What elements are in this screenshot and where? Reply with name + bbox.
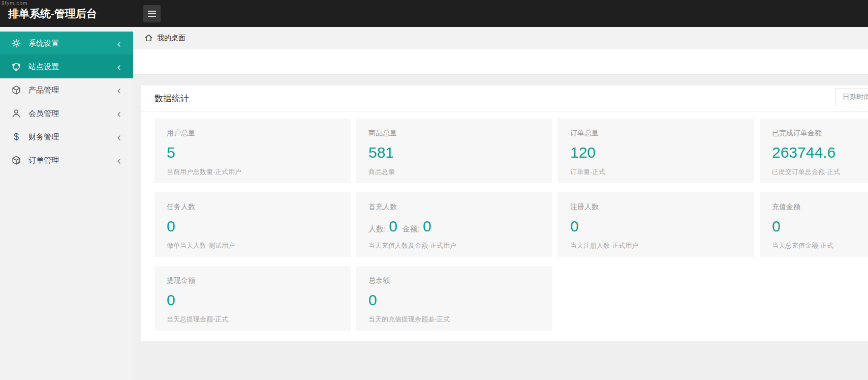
stat-label: 注册人数 [570, 202, 742, 212]
product-cube-icon [11, 85, 21, 95]
sidebar-item-member[interactable]: 会员管理 [0, 102, 133, 125]
stat-value-row: 120 [570, 144, 742, 161]
stat-value-row: 5 [167, 144, 338, 161]
stat-value: 581 [368, 144, 394, 161]
stat-card: 已完成订单金额 263744.6 已提交订单总金额-正式 [760, 119, 868, 183]
stat-value-row: 0 [368, 291, 540, 309]
topbar: 9fym.com 排单系统-管理后台 [0, 0, 868, 27]
stat-value-row: 0 [772, 218, 868, 235]
stat-card: 提现金额 0 当天总提现金额-正式 [154, 266, 351, 331]
chevron-collapse-icon [116, 134, 122, 140]
home-icon [144, 34, 153, 42]
stat-label: 用户总量 [167, 129, 338, 138]
stat-desc: 当天总充值金额-正式 [772, 241, 868, 250]
sidebar-item-order-cube[interactable]: 订单管理 [0, 149, 133, 172]
tab-band [133, 49, 868, 75]
sidebar-item-label: 站点设置 [28, 62, 116, 72]
stat-value-row: 581 [368, 144, 540, 161]
stat-label: 总余额 [368, 276, 540, 285]
stat-pair-key: 金额: [402, 224, 420, 234]
stat-value-row: 263744.6 [772, 144, 868, 161]
stat-pair-value: 0 [423, 218, 431, 235]
stat-label: 商品总量 [368, 129, 540, 138]
sidebar-nav: 系统设置 站点设置 产品管理 会员管理 $ 财务管理 订单管理 [0, 27, 133, 380]
site-icon [11, 62, 21, 72]
content: 数据统计 日期时间 用户总量 5 当前用户总数量-正式用户 商品总量 581 商… [133, 75, 868, 380]
sidebar-item-label: 订单管理 [28, 156, 116, 165]
stat-value: 0 [167, 291, 175, 309]
menu-toggle-button[interactable] [143, 5, 161, 22]
menu-toggle-icon [148, 11, 156, 12]
stat-value: 0 [368, 291, 377, 309]
stats-grid: 用户总量 5 当前用户总数量-正式用户 商品总量 581 商品总量 订单总量 1… [141, 112, 868, 341]
stat-card: 用户总量 5 当前用户总数量-正式用户 [154, 119, 351, 183]
chevron-collapse-icon [116, 87, 122, 93]
finance-dollar-icon: $ [11, 132, 21, 142]
stat-desc: 做单当天人数-测试用户 [167, 241, 338, 250]
stat-value-row: 0 [167, 291, 338, 309]
stat-desc: 当天注册人数-正式用户 [570, 241, 742, 250]
breadcrumb-label[interactable]: 我的桌面 [157, 34, 185, 43]
layout: 系统设置 站点设置 产品管理 会员管理 $ 财务管理 订单管理 [0, 27, 868, 380]
stat-desc: 当天充值人数及金额-正式用户 [368, 241, 540, 250]
stat-value: 0 [570, 218, 579, 235]
chevron-collapse-icon [116, 157, 122, 163]
stat-card: 注册人数 0 当天注册人数-正式用户 [558, 192, 754, 257]
stat-value: 0 [772, 218, 781, 235]
stat-desc: 已提交订单总金额-正式 [772, 167, 868, 177]
stat-card: 充值金额 0 当天总充值金额-正式 [760, 192, 868, 257]
stat-desc: 当前用户总数量-正式用户 [167, 167, 338, 177]
stat-card: 首充人数 人数:0金额:0 当天充值人数及金额-正式用户 [356, 192, 552, 257]
stat-label: 任务人数 [167, 202, 338, 212]
stat-pair-key: 人数: [368, 224, 386, 234]
stat-value-row: 0 [167, 218, 338, 235]
sidebar-item-product-cube[interactable]: 产品管理 [0, 78, 133, 102]
panel-header: 数据统计 日期时间 [141, 85, 868, 112]
stat-label: 订单总量 [570, 129, 742, 138]
panel-title: 数据统计 [154, 93, 189, 104]
chevron-collapse-icon [116, 64, 122, 70]
sidebar-item-finance-dollar[interactable]: $ 财务管理 [0, 125, 133, 149]
sidebar-item-gear[interactable]: 系统设置 [0, 32, 133, 55]
app-title: 排单系统-管理后台 [8, 0, 97, 27]
main-area: 我的桌面 数据统计 日期时间 用户总量 5 当前用户总数量-正式用户 商品总量 … [133, 27, 868, 380]
stat-label: 提现金额 [167, 276, 338, 285]
stat-value: 5 [167, 144, 175, 161]
stat-card: 总余额 0 当天的充值提现余额差-正式 [356, 266, 552, 331]
stat-desc: 商品总量 [368, 167, 540, 177]
admin-page: 9fym.com 排单系统-管理后台 系统设置 站点设置 产品管理 会员 [0, 0, 868, 380]
sidebar-item-label: 产品管理 [28, 85, 116, 95]
stat-label: 充值金额 [772, 202, 868, 212]
breadcrumb: 我的桌面 [133, 27, 868, 49]
stat-value: 120 [570, 144, 596, 161]
stat-desc: 当天总提现金额-正式 [167, 315, 338, 324]
stat-desc: 订单量-正式 [570, 167, 742, 177]
sidebar-item-site[interactable]: 站点设置 [0, 55, 133, 78]
stat-pair-value: 0 [389, 218, 397, 235]
stat-value-row: 0 [570, 218, 742, 235]
stat-label: 首充人数 [368, 202, 540, 212]
stat-card: 任务人数 0 做单当天人数-测试用户 [154, 192, 351, 257]
order-cube-icon [11, 155, 21, 165]
sidebar-item-label: 财务管理 [28, 132, 116, 142]
stat-value-row: 人数:0金额:0 [368, 218, 540, 235]
chevron-collapse-icon [116, 110, 122, 116]
member-icon [11, 108, 21, 119]
stat-label: 已完成订单金额 [772, 129, 868, 138]
stat-value: 263744.6 [772, 144, 835, 161]
stat-desc: 当天的充值提现余额差-正式 [368, 315, 540, 324]
sidebar-item-label: 会员管理 [28, 109, 116, 119]
stats-panel: 数据统计 日期时间 用户总量 5 当前用户总数量-正式用户 商品总量 581 商… [141, 85, 868, 341]
stat-card: 订单总量 120 订单量-正式 [558, 119, 754, 183]
stat-value: 0 [167, 218, 175, 235]
chevron-collapse-icon [116, 40, 122, 46]
date-range-button[interactable]: 日期时间 [835, 88, 868, 106]
sidebar-item-label: 系统设置 [28, 39, 116, 48]
stat-card: 商品总量 581 商品总量 [356, 119, 552, 183]
gear-icon [11, 38, 21, 48]
